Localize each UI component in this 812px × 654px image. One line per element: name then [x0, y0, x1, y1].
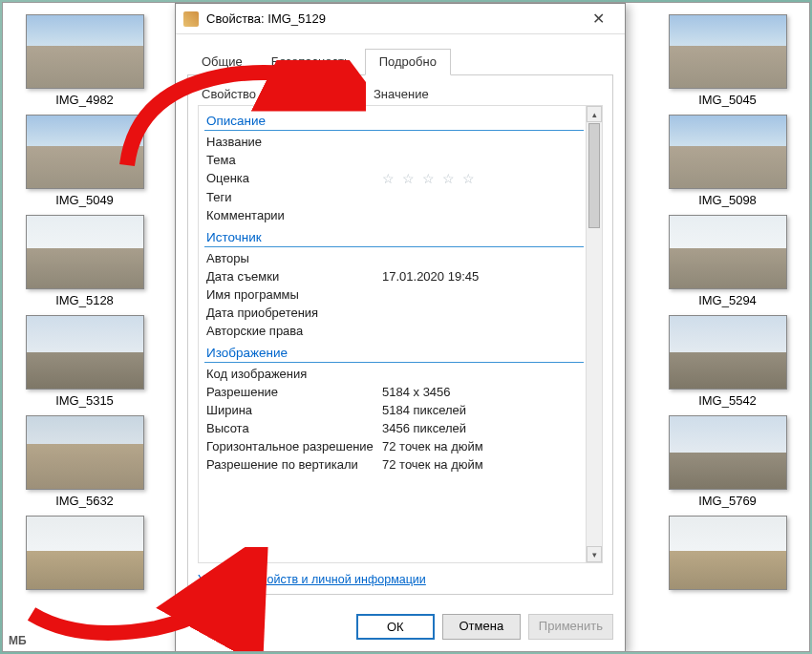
thumbnail[interactable]: IMG_5769 [663, 415, 792, 508]
thumbnail[interactable]: IMG_5128 [20, 215, 149, 307]
property-name: Код изображения [206, 367, 382, 381]
thumbnail-label: IMG_5294 [698, 293, 757, 307]
property-row[interactable]: Название [204, 133, 586, 151]
property-value [382, 367, 584, 381]
property-row[interactable]: Ширина5184 пикселей [204, 401, 586, 419]
thumbnail[interactable]: IMG_5294 [663, 215, 792, 307]
thumbnail-label: IMG_5769 [698, 494, 757, 508]
property-value: 3456 пикселей [382, 421, 584, 435]
property-value: 5184 x 3456 [382, 385, 584, 399]
thumbnail-image [26, 115, 144, 189]
property-name: Дата съемки [206, 269, 382, 284]
property-value: 5184 пикселей [382, 403, 584, 417]
property-row[interactable]: Горизонтальное разрешение72 точек на дюй… [204, 437, 586, 455]
ok-button[interactable]: ОК [356, 614, 435, 640]
thumbnail[interactable]: IMG_5045 [663, 14, 792, 107]
column-header-value: Значение [374, 87, 429, 101]
property-name: Имя программы [206, 287, 382, 302]
property-value: 72 точек на дюйм [382, 457, 584, 472]
thumbnail[interactable] [663, 516, 792, 594]
property-value: ☆ ☆ ☆ ☆ ☆ [382, 171, 584, 186]
dialog-titlebar[interactable]: Свойства: IMG_5129 ✕ [176, 4, 625, 34]
scrollbar[interactable]: ▴ ▾ [586, 106, 602, 562]
property-row[interactable]: Тема [204, 151, 586, 169]
property-row[interactable]: Комментарии [204, 206, 586, 224]
thumbnail[interactable]: IMG_4982 [20, 14, 149, 107]
property-row[interactable]: Дата приобретения [204, 304, 586, 322]
thumbnail-label: IMG_4982 [55, 93, 114, 107]
section-header: Описание [204, 110, 584, 131]
property-value [382, 306, 584, 320]
thumbnail[interactable]: IMG_5542 [663, 315, 792, 408]
property-name: Горизонтальное разрешение [206, 439, 382, 454]
scroll-down-button[interactable]: ▾ [587, 546, 602, 562]
property-name: Тема [206, 153, 382, 167]
properties-panel: Свойство Значение ОписаниеНазваниеТемаОц… [187, 75, 613, 595]
property-name: Авторы [206, 251, 382, 265]
thumbnail[interactable]: IMG_5315 [20, 315, 149, 408]
thumbnail-image [669, 315, 787, 390]
property-row[interactable]: Теги [204, 188, 586, 206]
scroll-thumb[interactable] [588, 123, 600, 228]
property-name: Комментарии [206, 208, 382, 222]
property-row[interactable]: Код изображения [204, 365, 586, 383]
tabs: ОбщиеБезопасностьПодробно [187, 48, 613, 75]
scroll-up-button[interactable]: ▴ [587, 106, 602, 122]
properties-dialog: Свойства: IMG_5129 ✕ ОбщиеБезопасностьПо… [175, 3, 626, 652]
remove-properties-link[interactable]: Удаление свойств и личной информации [198, 573, 603, 586]
thumbnail-image [26, 415, 144, 490]
explorer-window: IMG_4982 IMG_5049 IMG_5128 IMG_5315 IMG_… [2, 2, 810, 652]
thumbnail-image [669, 516, 787, 590]
tab-безопасность[interactable]: Безопасность [257, 49, 365, 75]
thumbnail-label: IMG_5098 [698, 193, 757, 207]
apply-button[interactable]: Применить [528, 614, 613, 640]
dialog-title: Свойства: IMG_5129 [206, 11, 579, 26]
property-name: Разрешение [206, 385, 382, 399]
tab-общие[interactable]: Общие [187, 49, 257, 75]
property-name: Оценка [206, 171, 382, 186]
property-row[interactable]: Оценка☆ ☆ ☆ ☆ ☆ [204, 169, 586, 188]
property-row[interactable]: Авторы [204, 249, 586, 267]
thumbnail-image [26, 215, 144, 289]
status-text: МБ [9, 634, 27, 647]
property-name: Высота [206, 421, 382, 435]
property-value [382, 190, 584, 204]
property-value [382, 208, 584, 222]
property-name: Теги [206, 190, 382, 204]
dialog-buttons: ОК Отмена Применить [176, 601, 625, 651]
property-row[interactable]: Высота3456 пикселей [204, 419, 586, 437]
thumbnail-image [669, 215, 787, 289]
property-value: 72 точек на дюйм [382, 439, 584, 454]
property-name: Название [206, 135, 382, 149]
thumbnail[interactable]: IMG_5632 [20, 415, 149, 508]
section-header: Источник [204, 226, 584, 247]
thumbnail-label: IMG_5049 [55, 193, 114, 207]
rating-stars[interactable]: ☆ ☆ ☆ ☆ ☆ [382, 171, 477, 186]
tab-подробно[interactable]: Подробно [365, 49, 451, 75]
properties-scroll-area: ОписаниеНазваниеТемаОценка☆ ☆ ☆ ☆ ☆ТегиК… [198, 105, 603, 563]
thumbnail[interactable] [20, 516, 149, 594]
property-name: Ширина [206, 403, 382, 417]
thumbnail-image [26, 315, 144, 390]
thumbnail-image [669, 115, 787, 189]
thumbnail-label: IMG_5632 [55, 494, 114, 508]
dialog-icon [183, 11, 199, 27]
property-row[interactable]: Разрешение по вертикали72 точек на дюйм [204, 455, 586, 474]
thumbnail-label: IMG_5542 [698, 393, 757, 408]
thumbnail[interactable]: IMG_5049 [20, 115, 149, 207]
property-value [382, 287, 584, 302]
property-row[interactable]: Имя программы [204, 285, 586, 304]
properties-rows: ОписаниеНазваниеТемаОценка☆ ☆ ☆ ☆ ☆ТегиК… [199, 106, 586, 562]
property-row[interactable]: Авторские права [204, 322, 586, 340]
property-name: Разрешение по вертикали [206, 457, 382, 472]
property-name: Дата приобретения [206, 306, 382, 320]
close-icon[interactable]: ✕ [579, 10, 617, 28]
property-row[interactable]: Разрешение5184 x 3456 [204, 383, 586, 401]
property-value [382, 135, 584, 149]
thumbnail-label: IMG_5045 [698, 93, 757, 107]
property-row[interactable]: Дата съемки17.01.2020 19:45 [204, 267, 586, 285]
cancel-button[interactable]: Отмена [442, 614, 521, 640]
thumbnail[interactable]: IMG_5098 [663, 115, 792, 207]
thumbnail-image [669, 14, 787, 89]
thumbnail-image [669, 415, 787, 490]
